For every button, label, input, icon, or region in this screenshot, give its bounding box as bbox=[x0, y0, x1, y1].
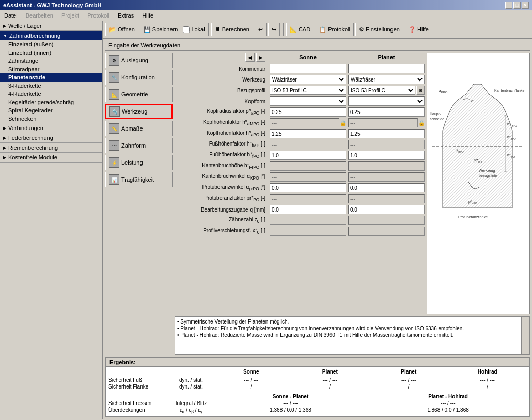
row-kopfradiusfaktor: Kopfradiusfaktor ρ*aPO [-] bbox=[175, 107, 425, 117]
input-bearbeitungszugabe-sonne[interactable] bbox=[270, 205, 346, 214]
arrow-right-icon: ▶ bbox=[3, 126, 6, 131]
res-col-planet2: Planet bbox=[369, 369, 448, 375]
local-checkbox[interactable] bbox=[183, 26, 190, 33]
input-kopfhohe-apo-sonne[interactable] bbox=[270, 129, 346, 138]
res-col-planet1: Planet bbox=[291, 369, 370, 375]
calc-icon: 🖩 bbox=[215, 26, 221, 33]
input-kopfradius-planet[interactable] bbox=[348, 107, 425, 117]
sidebar-item-planetenstufe[interactable]: Planetenstufe bbox=[0, 73, 102, 82]
tragfahigkeit-button[interactable]: 📊 Tragfähigkeit bbox=[105, 172, 173, 187]
res-sub-sonne-planet: Sonne - Planet bbox=[212, 394, 369, 399]
sidebar-item-spiralkegelrad[interactable]: Spiral-Kegelräder bbox=[0, 106, 102, 115]
select-kopfform-sonne[interactable]: -- bbox=[270, 96, 346, 106]
sidebar-item-stirnradpaar[interactable]: Stirnradpaar bbox=[0, 65, 102, 73]
sidebar-item-4rad[interactable]: 4-Räderkette bbox=[0, 90, 102, 98]
input-protuberanzwinkel-planet[interactable] bbox=[348, 183, 425, 192]
prev-button[interactable]: ◀ bbox=[245, 53, 255, 62]
zahnform-icon: 〰 bbox=[109, 140, 119, 151]
res-col-sonne: Sonne bbox=[212, 369, 291, 375]
row-fusshohe-fmp: Fußhöhenfaktor h*fMP [-] bbox=[175, 140, 425, 149]
save-button[interactable]: 💾 Speichern bbox=[140, 23, 182, 36]
label-bezugsprofil: Bezugsprofil bbox=[175, 88, 268, 93]
panel-title: Eingabe der Werkzeugdaten bbox=[105, 41, 530, 51]
minimize-button[interactable]: _ bbox=[505, 2, 512, 9]
leistung-button[interactable]: ⚡ Leistung bbox=[105, 155, 173, 170]
select-kopfform-planet[interactable]: -- bbox=[348, 96, 425, 106]
sidebar-item-einzelrad-innen[interactable]: Einzelrad (innen) bbox=[0, 49, 102, 57]
results-panel: Ergebnis: Sonne Planet Planet Hohlrad bbox=[105, 357, 530, 417]
content-area: 📂 Öffnen 💾 Speichern Lokal 🖩 Berechnen ↩… bbox=[103, 21, 532, 419]
sidebar-group-welle: ▶ Welle / Lager bbox=[0, 21, 102, 31]
sidebar-item-zahnstange[interactable]: Zahnstange bbox=[0, 57, 102, 65]
select-bezugsprofil-sonne[interactable]: ISO 53 Profil C bbox=[270, 86, 346, 95]
input-kommentar-planet[interactable] bbox=[348, 64, 425, 73]
input-kopfradius-sonne[interactable] bbox=[270, 107, 346, 117]
info-scrollbar[interactable] bbox=[521, 317, 529, 354]
maximize-button[interactable]: □ bbox=[513, 2, 521, 9]
select-werkzeug-sonne[interactable]: Wälzfräser bbox=[270, 75, 346, 84]
results-content: Sonne Planet Planet Hohlrad Sicherheit F… bbox=[106, 367, 529, 416]
sidebar-item-schnecken[interactable]: Schnecken bbox=[0, 115, 102, 123]
sidebar-item-3rad[interactable]: 3-Räderkette bbox=[0, 82, 102, 90]
menu-projekt[interactable]: Projekt bbox=[59, 11, 81, 20]
col-planet: Planet bbox=[348, 54, 425, 60]
sidebar-item-zahnrad[interactable]: ▼ Zahnradberechnung bbox=[0, 31, 102, 40]
cad-button[interactable]: 📐 CAD bbox=[286, 23, 314, 36]
res-row-sicherheit-fuss-p2: --- / --- bbox=[369, 377, 448, 383]
input-fusshohe-fpo-planet[interactable] bbox=[348, 151, 425, 160]
res-fressen-ph: --- / --- bbox=[369, 400, 527, 406]
menu-datei[interactable]: Datei bbox=[2, 11, 20, 20]
menu-hilfe[interactable]: Hilfe bbox=[140, 11, 155, 20]
res-row-sicherheit-fuss-s1: --- / --- bbox=[212, 377, 291, 383]
menu-bearbeiten[interactable]: Bearbeiten bbox=[24, 11, 55, 20]
separator1 bbox=[208, 23, 209, 36]
redo-button[interactable]: ↪ bbox=[268, 23, 280, 36]
label-kopfradiusfaktor: Kopfradiusfaktor ρ*aPO [-] bbox=[175, 108, 268, 116]
sidebar-item-kegelrad[interactable]: Kegelräder gerade/schräg bbox=[0, 98, 102, 106]
sidebar-item-riemen[interactable]: ▶ Riemenberechnung bbox=[0, 143, 102, 152]
open-button[interactable]: 📂 Öffnen bbox=[105, 23, 138, 36]
select-werkzeug-planet[interactable]: Wälzfräser bbox=[348, 75, 425, 84]
row-protuberanzfaktor: Protuberanzfaktor pr*PO [-] bbox=[175, 194, 425, 203]
sidebar-item-kostenfreie[interactable]: ▶ Kostenfreie Module bbox=[0, 153, 102, 162]
label-kopfhohe-apo: Kopfhöhenfaktor h*aPO [-] bbox=[175, 130, 268, 137]
input-kopfhohe-apo-planet[interactable] bbox=[348, 129, 425, 138]
abmasse-button[interactable]: 📏 Abmaße bbox=[105, 121, 173, 136]
input-zahnezahl-sonne bbox=[270, 216, 346, 225]
input-profilverschiebung-sonne bbox=[270, 227, 346, 236]
menu-extras[interactable]: Extras bbox=[116, 11, 136, 20]
input-protuberanzwinkel-sonne[interactable] bbox=[270, 183, 346, 192]
input-bearbeitungszugabe-planet[interactable] bbox=[348, 205, 425, 214]
res-uberdeckungen-ph: 1.868 / 0.0 / 1.868 bbox=[369, 407, 527, 414]
sidebar-item-verbindungen[interactable]: ▶ Verbindungen bbox=[0, 123, 102, 133]
prot-button[interactable]: 📋 Protokoll bbox=[316, 23, 354, 36]
input-kommentar-sonne[interactable] bbox=[270, 64, 346, 73]
window-controls[interactable]: _ □ × bbox=[505, 2, 529, 9]
next-button[interactable]: ▶ bbox=[256, 53, 265, 62]
settings-button[interactable]: ⚙ Einstellungen bbox=[355, 23, 403, 36]
sidebar-group-kostenfreie: ▶ Kostenfreie Module bbox=[0, 153, 102, 163]
calc-button[interactable]: 🖩 Berechnen bbox=[211, 23, 253, 36]
bezugsprofil-extra-btn[interactable]: ⊞ bbox=[416, 86, 425, 95]
konfiguration-button[interactable]: 🔧 Konfiguration bbox=[105, 70, 173, 85]
undo-button[interactable]: ↩ bbox=[255, 23, 267, 36]
res-row-sicherheit-flanke-p2: --- / --- bbox=[369, 384, 448, 390]
select-bezugsprofil-planet[interactable]: ISO 53 Profil C bbox=[348, 86, 415, 95]
sidebar-item-einzelrad-aussen[interactable]: Einzelrad (außen) bbox=[0, 40, 102, 49]
menu-protokoll[interactable]: Protokoll bbox=[85, 11, 112, 20]
werkzeug-button[interactable]: 🔩 Werkzeug bbox=[105, 104, 173, 119]
sidebar-item-feder[interactable]: ▶ Federberechnung bbox=[0, 133, 102, 142]
input-fusshohe-fpo-sonne[interactable] bbox=[270, 151, 346, 160]
close-button[interactable]: × bbox=[522, 2, 529, 9]
row-kommentar: Kommentar bbox=[175, 64, 425, 73]
label-kantenbruchwinkel: Kantenbruchwinkel αKPO [°] bbox=[175, 173, 268, 181]
zahnform-button[interactable]: 〰 Zahnform bbox=[105, 138, 173, 153]
auslegung-button[interactable]: ⚙ Auslegung bbox=[105, 53, 173, 68]
geometrie-button[interactable]: 📐 Geometrie bbox=[105, 87, 173, 102]
local-check[interactable]: Lokal bbox=[183, 26, 205, 33]
arrow-icon: ▶ bbox=[3, 24, 6, 28]
geometrie-icon: 📐 bbox=[109, 89, 119, 100]
sidebar-item-welle[interactable]: ▶ Welle / Lager bbox=[0, 21, 102, 30]
input-kantenbruchhohe-sonne bbox=[270, 161, 346, 171]
help-button[interactable]: ❓ Hilfe bbox=[405, 23, 432, 36]
